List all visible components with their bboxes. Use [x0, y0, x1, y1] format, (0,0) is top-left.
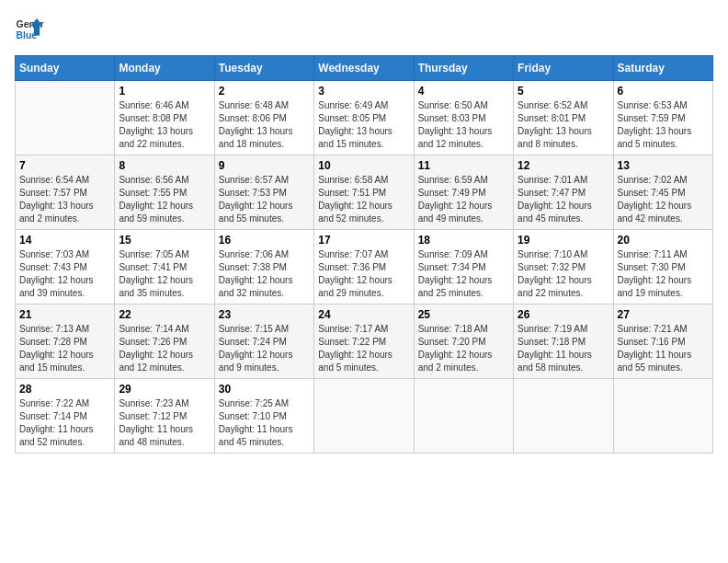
- day-info: Sunrise: 7:19 AMSunset: 7:18 PMDaylight:…: [518, 323, 609, 374]
- calendar-week-row: 28Sunrise: 7:22 AMSunset: 7:14 PMDayligh…: [16, 379, 713, 454]
- day-number: 1: [119, 85, 210, 98]
- calendar-cell: 14Sunrise: 7:03 AMSunset: 7:43 PMDayligh…: [16, 230, 115, 304]
- day-info: Sunrise: 7:18 AMSunset: 7:20 PMDaylight:…: [418, 323, 509, 374]
- calendar-day-header: Wednesday: [314, 56, 414, 81]
- day-info: Sunrise: 6:50 AMSunset: 8:03 PMDaylight:…: [418, 99, 509, 151]
- day-number: 12: [518, 159, 609, 172]
- day-info: Sunrise: 7:06 AMSunset: 7:38 PMDaylight:…: [219, 248, 310, 300]
- calendar-week-row: 14Sunrise: 7:03 AMSunset: 7:43 PMDayligh…: [16, 230, 713, 304]
- calendar-header-row: SundayMondayTuesdayWednesdayThursdayFrid…: [16, 56, 713, 81]
- day-info: Sunrise: 7:09 AMSunset: 7:34 PMDaylight:…: [418, 248, 509, 300]
- day-number: 18: [418, 234, 509, 247]
- day-info: Sunrise: 7:25 AMSunset: 7:10 PMDaylight:…: [219, 397, 310, 449]
- calendar-cell: 19Sunrise: 7:10 AMSunset: 7:32 PMDayligh…: [514, 230, 613, 304]
- calendar-cell: 11Sunrise: 6:59 AMSunset: 7:49 PMDayligh…: [414, 155, 513, 230]
- calendar-day-header: Tuesday: [214, 56, 313, 81]
- day-info: Sunrise: 7:07 AMSunset: 7:36 PMDaylight:…: [318, 248, 409, 300]
- day-number: 16: [219, 234, 310, 247]
- calendar-cell: [16, 81, 115, 155]
- calendar-cell: 10Sunrise: 6:58 AMSunset: 7:51 PMDayligh…: [314, 155, 414, 230]
- day-number: 3: [318, 85, 409, 98]
- day-info: Sunrise: 7:15 AMSunset: 7:24 PMDaylight:…: [219, 323, 310, 374]
- calendar-cell: 4Sunrise: 6:50 AMSunset: 8:03 PMDaylight…: [414, 81, 513, 155]
- calendar-cell: 29Sunrise: 7:23 AMSunset: 7:12 PMDayligh…: [115, 379, 214, 454]
- day-number: 19: [518, 234, 609, 247]
- day-info: Sunrise: 7:14 AMSunset: 7:26 PMDaylight:…: [119, 323, 210, 374]
- calendar-cell: 15Sunrise: 7:05 AMSunset: 7:41 PMDayligh…: [115, 230, 214, 304]
- calendar-cell: 9Sunrise: 6:57 AMSunset: 7:53 PMDaylight…: [214, 155, 313, 230]
- day-info: Sunrise: 7:21 AMSunset: 7:16 PMDaylight:…: [618, 323, 709, 374]
- calendar-cell: 12Sunrise: 7:01 AMSunset: 7:47 PMDayligh…: [514, 155, 613, 230]
- calendar-cell: 8Sunrise: 6:56 AMSunset: 7:55 PMDaylight…: [115, 155, 214, 230]
- calendar-cell: 28Sunrise: 7:22 AMSunset: 7:14 PMDayligh…: [16, 379, 115, 454]
- day-info: Sunrise: 6:46 AMSunset: 8:08 PMDaylight:…: [119, 99, 210, 151]
- day-info: Sunrise: 6:52 AMSunset: 8:01 PMDaylight:…: [518, 99, 609, 151]
- day-info: Sunrise: 7:23 AMSunset: 7:12 PMDaylight:…: [119, 397, 210, 449]
- calendar-cell: [414, 379, 513, 454]
- day-info: Sunrise: 7:13 AMSunset: 7:28 PMDaylight:…: [19, 323, 110, 374]
- logo-icon: General Blue: [15, 15, 44, 44]
- day-number: 28: [19, 383, 110, 396]
- calendar-cell: [514, 379, 613, 454]
- day-number: 14: [19, 234, 110, 247]
- calendar-cell: 2Sunrise: 6:48 AMSunset: 8:06 PMDaylight…: [214, 81, 313, 155]
- day-info: Sunrise: 6:57 AMSunset: 7:53 PMDaylight:…: [219, 174, 310, 225]
- day-number: 10: [318, 159, 409, 172]
- calendar-cell: 22Sunrise: 7:14 AMSunset: 7:26 PMDayligh…: [115, 304, 214, 379]
- day-number: 7: [19, 159, 110, 172]
- day-number: 11: [418, 159, 509, 172]
- calendar-day-header: Friday: [514, 56, 613, 81]
- day-info: Sunrise: 6:48 AMSunset: 8:06 PMDaylight:…: [219, 99, 310, 151]
- day-info: Sunrise: 7:11 AMSunset: 7:30 PMDaylight:…: [618, 248, 709, 300]
- day-number: 6: [618, 85, 709, 98]
- day-number: 30: [219, 383, 310, 396]
- day-number: 26: [518, 308, 609, 321]
- day-number: 8: [119, 159, 210, 172]
- day-number: 15: [119, 234, 210, 247]
- calendar-cell: 26Sunrise: 7:19 AMSunset: 7:18 PMDayligh…: [514, 304, 613, 379]
- day-info: Sunrise: 7:01 AMSunset: 7:47 PMDaylight:…: [518, 174, 609, 225]
- calendar-cell: 5Sunrise: 6:52 AMSunset: 8:01 PMDaylight…: [514, 81, 613, 155]
- day-info: Sunrise: 6:56 AMSunset: 7:55 PMDaylight:…: [119, 174, 210, 225]
- day-info: Sunrise: 6:54 AMSunset: 7:57 PMDaylight:…: [19, 174, 110, 225]
- calendar-cell: 7Sunrise: 6:54 AMSunset: 7:57 PMDaylight…: [16, 155, 115, 230]
- day-info: Sunrise: 7:22 AMSunset: 7:14 PMDaylight:…: [19, 397, 110, 449]
- day-number: 24: [318, 308, 409, 321]
- calendar-cell: 16Sunrise: 7:06 AMSunset: 7:38 PMDayligh…: [214, 230, 313, 304]
- calendar-cell: 23Sunrise: 7:15 AMSunset: 7:24 PMDayligh…: [214, 304, 313, 379]
- day-number: 21: [19, 308, 110, 321]
- day-number: 4: [418, 85, 509, 98]
- calendar-day-header: Thursday: [414, 56, 513, 81]
- day-number: 23: [219, 308, 310, 321]
- calendar-cell: 30Sunrise: 7:25 AMSunset: 7:10 PMDayligh…: [214, 379, 313, 454]
- calendar-cell: [613, 379, 712, 454]
- day-info: Sunrise: 6:59 AMSunset: 7:49 PMDaylight:…: [418, 174, 509, 225]
- calendar-day-header: Monday: [115, 56, 214, 81]
- calendar-cell: 20Sunrise: 7:11 AMSunset: 7:30 PMDayligh…: [613, 230, 712, 304]
- page-header: General Blue: [15, 15, 713, 44]
- calendar-cell: 17Sunrise: 7:07 AMSunset: 7:36 PMDayligh…: [314, 230, 414, 304]
- calendar-cell: 25Sunrise: 7:18 AMSunset: 7:20 PMDayligh…: [414, 304, 513, 379]
- day-number: 13: [618, 159, 709, 172]
- calendar-cell: 6Sunrise: 6:53 AMSunset: 7:59 PMDaylight…: [613, 81, 712, 155]
- calendar-cell: 27Sunrise: 7:21 AMSunset: 7:16 PMDayligh…: [613, 304, 712, 379]
- day-number: 20: [618, 234, 709, 247]
- day-info: Sunrise: 7:05 AMSunset: 7:41 PMDaylight:…: [119, 248, 210, 300]
- calendar-cell: 24Sunrise: 7:17 AMSunset: 7:22 PMDayligh…: [314, 304, 414, 379]
- logo: General Blue: [15, 15, 44, 44]
- calendar-day-header: Saturday: [613, 56, 712, 81]
- calendar-cell: 1Sunrise: 6:46 AMSunset: 8:08 PMDaylight…: [115, 81, 214, 155]
- day-number: 25: [418, 308, 509, 321]
- day-number: 27: [618, 308, 709, 321]
- day-info: Sunrise: 6:58 AMSunset: 7:51 PMDaylight:…: [318, 174, 409, 225]
- day-number: 22: [119, 308, 210, 321]
- calendar-week-row: 1Sunrise: 6:46 AMSunset: 8:08 PMDaylight…: [16, 81, 713, 155]
- day-info: Sunrise: 7:10 AMSunset: 7:32 PMDaylight:…: [518, 248, 609, 300]
- calendar-cell: 18Sunrise: 7:09 AMSunset: 7:34 PMDayligh…: [414, 230, 513, 304]
- calendar-body: 1Sunrise: 6:46 AMSunset: 8:08 PMDaylight…: [16, 81, 713, 454]
- calendar-week-row: 7Sunrise: 6:54 AMSunset: 7:57 PMDaylight…: [16, 155, 713, 230]
- day-info: Sunrise: 6:53 AMSunset: 7:59 PMDaylight:…: [618, 99, 709, 151]
- day-info: Sunrise: 6:49 AMSunset: 8:05 PMDaylight:…: [318, 99, 409, 151]
- calendar-cell: 21Sunrise: 7:13 AMSunset: 7:28 PMDayligh…: [16, 304, 115, 379]
- day-number: 9: [219, 159, 310, 172]
